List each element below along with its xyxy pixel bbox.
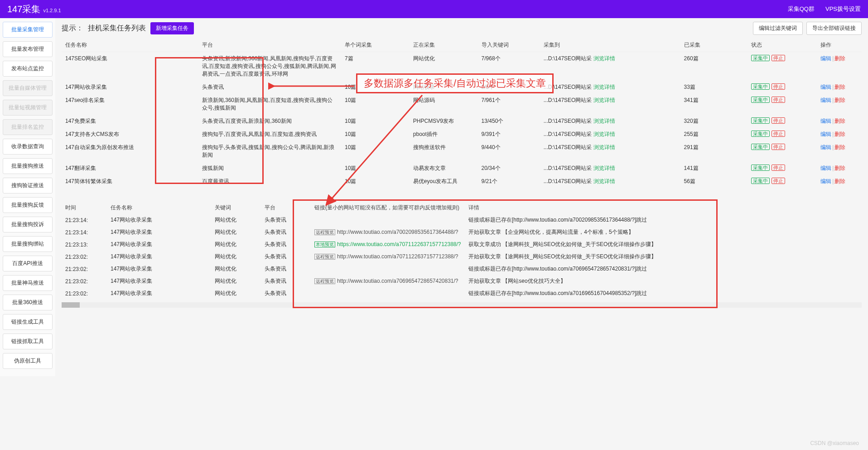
log-plat: 头条资讯 <box>261 263 311 275</box>
delete-link[interactable]: 删除 <box>834 178 845 184</box>
view-detail-link[interactable]: 浏览详情 <box>593 144 615 150</box>
export-error-links-button[interactable]: 导出全部错误链接 <box>806 22 862 35</box>
edit-link[interactable]: 编辑 <box>820 97 831 103</box>
log-link: 远程预览http://www.toutiao.com/a700209853561… <box>311 226 465 238</box>
delete-link[interactable]: 删除 <box>834 131 845 137</box>
log-url[interactable]: http://www.toutiao.com/a7002098535617364… <box>337 229 458 235</box>
sidebar-item-1[interactable]: 批量发布管理 <box>3 41 53 57</box>
log-url[interactable]: http://www.toutiao.com/a7069654728657420… <box>337 278 458 284</box>
edit-link[interactable]: 编辑 <box>820 131 831 137</box>
log-link <box>311 214 465 226</box>
sidebar-item-17[interactable]: 伪原创工具 <box>3 353 53 369</box>
cell-actions: 编辑|删除 <box>817 115 862 128</box>
sidebar-item-15[interactable]: 链接生成工具 <box>3 314 53 330</box>
remote-preview-tag[interactable]: 远程预览 <box>314 229 335 235</box>
filter-keywords-button[interactable]: 编辑过滤关键词 <box>753 22 803 35</box>
cell-collecting: 网站源码 <box>410 94 478 115</box>
cell-import: 20/34个 <box>478 162 540 175</box>
stop-button[interactable]: 停止 <box>772 131 785 137</box>
stop-button[interactable]: 停止 <box>772 178 785 184</box>
log-task: 147网站收录采集 <box>107 214 211 226</box>
sidebar-item-6[interactable]: 收录数据查询 <box>3 139 53 155</box>
local-preview-tag[interactable]: 本地预览 <box>314 242 335 247</box>
sidebar-item-2[interactable]: 发布站点监控 <box>3 61 53 77</box>
edit-link[interactable]: 编辑 <box>820 165 831 171</box>
sidebar-item-12[interactable]: 百度API推送 <box>3 256 53 271</box>
delete-link[interactable]: 删除 <box>834 118 845 124</box>
sidebar-item-16[interactable]: 链接抓取工具 <box>3 334 53 349</box>
edit-link[interactable]: 编辑 <box>820 55 831 62</box>
sidebar-item-8[interactable]: 搜狗验证推送 <box>3 178 53 194</box>
sidebar-item-14[interactable]: 批量360推送 <box>3 295 53 310</box>
delete-link[interactable]: 删除 <box>834 165 845 171</box>
cell-status: 采集中停止 <box>747 52 817 81</box>
sidebar-item-7[interactable]: 批量搜狗推送 <box>3 158 53 174</box>
topnav-vps[interactable]: VPS拨号设置 <box>825 5 861 13</box>
log-task: 147网站收录采集 <box>107 263 211 275</box>
annotation-callout: 多数据源多任务采集/自动过滤已采集文章 <box>356 73 554 93</box>
panel-title-text: 挂机采集任务列表 <box>88 24 146 33</box>
view-detail-link[interactable]: 浏览详情 <box>593 118 615 124</box>
th-actions: 操作 <box>817 39 862 52</box>
stop-button[interactable]: 停止 <box>772 165 785 171</box>
add-task-button[interactable]: 新增采集任务 <box>150 22 194 34</box>
log-kw: 网站优化 <box>211 287 261 300</box>
sidebar-item-3: 批量自媒体管理 <box>3 80 53 96</box>
horizontal-scrollbar[interactable] <box>62 302 862 308</box>
topnav-qq[interactable]: 采集QQ群 <box>788 5 815 13</box>
stop-button[interactable]: 停止 <box>772 117 785 124</box>
cell-single: 10篇 <box>341 175 410 188</box>
delete-link[interactable]: 删除 <box>834 84 845 90</box>
cell-status: 采集中停止 <box>747 128 817 141</box>
cell-single: 10篇 <box>341 115 410 128</box>
edit-link[interactable]: 编辑 <box>820 144 831 150</box>
sidebar-item-9[interactable]: 批量搜狗反馈 <box>3 197 53 213</box>
edit-link[interactable]: 编辑 <box>820 84 831 90</box>
edit-link[interactable]: 编辑 <box>820 178 831 184</box>
cell-status: 采集中停止 <box>747 81 817 94</box>
view-detail-link[interactable]: 浏览详情 <box>593 97 615 103</box>
cell-name: 147自动采集为原创发布推送 <box>62 141 198 162</box>
log-plat: 头条资讯 <box>261 275 311 287</box>
cell-collecting: PHPCMSV9发布 <box>410 115 478 128</box>
log-url[interactable]: http://www.toutiao.com/a7071122637157712… <box>337 253 458 260</box>
view-detail-link[interactable]: 浏览详情 <box>593 131 615 137</box>
log-detail: 链接或标题已存在[http://www.toutiao.com/a7002098… <box>465 214 862 226</box>
log-kw: 网站优化 <box>211 263 261 275</box>
stop-button[interactable]: 停止 <box>772 144 785 150</box>
cell-done: 291篇 <box>680 141 747 162</box>
log-url[interactable]: https://www.toutiao.com/a707112263715771… <box>337 241 461 247</box>
cell-collecting: 易优eyou发布工具 <box>410 175 478 188</box>
log-kw: 网站优化 <box>211 214 261 226</box>
log-time: 21:23:02: <box>62 287 107 300</box>
sidebar-item-0[interactable]: 批量采集管理 <box>3 22 53 38</box>
log-link <box>311 287 465 300</box>
view-detail-link[interactable]: 浏览详情 <box>593 55 615 62</box>
view-detail-link[interactable]: 浏览详情 <box>593 84 615 90</box>
cell-done: 255篇 <box>680 128 747 141</box>
log-row: 21:23:02:147网站收录采集网站优化头条资讯远程预览http://www… <box>62 251 862 263</box>
stop-button[interactable]: 停止 <box>772 97 785 103</box>
log-time: 21:23:13: <box>62 238 107 251</box>
th-platform: 平台 <box>198 39 341 52</box>
stop-button[interactable]: 停止 <box>772 55 785 61</box>
table-row: 147免费采集头条资讯,百度资讯,新浪新闻,360新闻10篇PHPCMSV9发布… <box>62 115 862 128</box>
edit-link[interactable]: 编辑 <box>820 118 831 124</box>
sidebar-item-11[interactable]: 批量搜狗绑站 <box>3 236 53 252</box>
sidebar-item-13[interactable]: 批量神马推送 <box>3 275 53 291</box>
cell-done: 33篇 <box>680 81 747 94</box>
view-detail-link[interactable]: 浏览详情 <box>593 165 615 171</box>
log-plat: 头条资讯 <box>261 226 311 238</box>
cell-dest: ...D:\147SEO网站采 浏览详情 <box>540 115 680 128</box>
log-task: 147网站收录采集 <box>107 287 211 300</box>
remote-preview-tag[interactable]: 远程预览 <box>314 254 335 260</box>
delete-link[interactable]: 删除 <box>834 144 845 150</box>
view-detail-link[interactable]: 浏览详情 <box>593 178 615 184</box>
remote-preview-tag[interactable]: 远程预览 <box>314 278 335 284</box>
stop-button[interactable]: 停止 <box>772 83 785 90</box>
cell-dest: ...D:\147SEO网站采 浏览详情 <box>540 175 680 188</box>
delete-link[interactable]: 删除 <box>834 55 845 62</box>
cell-name: 147免费采集 <box>62 115 198 128</box>
sidebar-item-10[interactable]: 批量搜狗投诉 <box>3 217 53 232</box>
delete-link[interactable]: 删除 <box>834 97 845 103</box>
